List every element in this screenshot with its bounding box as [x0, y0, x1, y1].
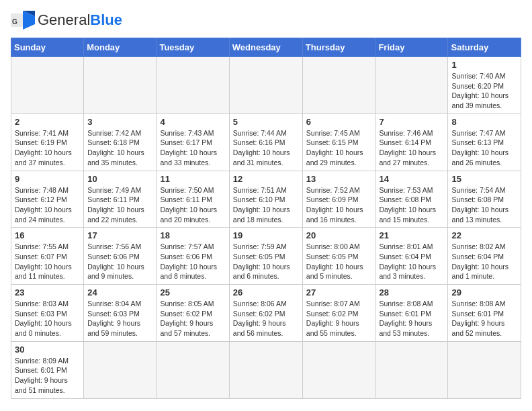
- calendar-cell: 5Sunrise: 7:44 AM Sunset: 6:16 PM Daylig…: [229, 113, 302, 171]
- calendar-cell: 15Sunrise: 7:54 AM Sunset: 6:08 PM Dayli…: [448, 171, 521, 228]
- calendar-cell: [375, 57, 448, 114]
- calendar-cell: 1Sunrise: 7:40 AM Sunset: 6:20 PM Daylig…: [448, 57, 521, 114]
- day-info: Sunrise: 7:41 AM Sunset: 6:19 PM Dayligh…: [15, 128, 80, 168]
- calendar-cell: 10Sunrise: 7:49 AM Sunset: 6:11 PM Dayli…: [84, 171, 157, 228]
- day-number: 8: [451, 117, 517, 127]
- logo: G GeneralBlue: [11, 11, 122, 30]
- week-row-4: 23Sunrise: 8:03 AM Sunset: 6:03 PM Dayli…: [11, 285, 521, 342]
- day-info: Sunrise: 7:45 AM Sunset: 6:15 PM Dayligh…: [306, 128, 372, 168]
- calendar-body: 1Sunrise: 7:40 AM Sunset: 6:20 PM Daylig…: [11, 57, 521, 399]
- calendar-cell: 7Sunrise: 7:46 AM Sunset: 6:14 PM Daylig…: [375, 113, 448, 171]
- day-header-tuesday: Tuesday: [157, 38, 229, 57]
- day-number: 1: [451, 60, 517, 70]
- day-number: 18: [160, 230, 225, 240]
- week-row-2: 9Sunrise: 7:48 AM Sunset: 6:12 PM Daylig…: [11, 171, 521, 228]
- calendar-cell: [11, 57, 84, 114]
- day-number: 22: [451, 230, 517, 240]
- calendar-cell: 14Sunrise: 7:53 AM Sunset: 6:08 PM Dayli…: [375, 171, 448, 228]
- day-info: Sunrise: 8:09 AM Sunset: 6:01 PM Dayligh…: [15, 356, 80, 396]
- calendar-header: SundayMondayTuesdayWednesdayThursdayFrid…: [11, 38, 521, 57]
- calendar-cell: [302, 57, 375, 114]
- day-header-monday: Monday: [84, 38, 157, 57]
- day-number: 2: [15, 117, 80, 127]
- day-info: Sunrise: 7:42 AM Sunset: 6:18 PM Dayligh…: [87, 128, 152, 168]
- day-info: Sunrise: 7:48 AM Sunset: 6:12 PM Dayligh…: [15, 185, 80, 225]
- day-number: 7: [379, 117, 444, 127]
- calendar-cell: 20Sunrise: 8:00 AM Sunset: 6:05 PM Dayli…: [302, 228, 375, 285]
- calendar-cell: [229, 341, 302, 398]
- day-number: 11: [160, 174, 225, 184]
- day-info: Sunrise: 7:53 AM Sunset: 6:08 PM Dayligh…: [379, 185, 444, 225]
- calendar-cell: [157, 341, 229, 398]
- logo-icon: G: [11, 11, 35, 30]
- svg-text:G: G: [12, 18, 17, 26]
- day-number: 17: [87, 230, 152, 240]
- day-info: Sunrise: 7:55 AM Sunset: 6:07 PM Dayligh…: [15, 242, 80, 281]
- day-number: 3: [87, 117, 152, 127]
- day-number: 28: [379, 287, 444, 298]
- day-number: 19: [233, 230, 299, 240]
- calendar-cell: 19Sunrise: 7:59 AM Sunset: 6:05 PM Dayli…: [229, 228, 302, 285]
- day-info: Sunrise: 7:50 AM Sunset: 6:11 PM Dayligh…: [160, 185, 225, 225]
- day-number: 25: [160, 287, 225, 298]
- calendar-cell: 17Sunrise: 7:56 AM Sunset: 6:06 PM Dayli…: [84, 228, 157, 285]
- day-number: 5: [233, 117, 299, 127]
- day-info: Sunrise: 7:54 AM Sunset: 6:08 PM Dayligh…: [451, 185, 517, 225]
- calendar-cell: 21Sunrise: 8:01 AM Sunset: 6:04 PM Dayli…: [375, 228, 448, 285]
- calendar-cell: 28Sunrise: 8:08 AM Sunset: 6:01 PM Dayli…: [375, 285, 448, 342]
- day-info: Sunrise: 8:03 AM Sunset: 6:03 PM Dayligh…: [15, 299, 80, 338]
- header: G GeneralBlue: [11, 11, 521, 30]
- day-number: 14: [379, 174, 444, 184]
- calendar-cell: 12Sunrise: 7:51 AM Sunset: 6:10 PM Dayli…: [229, 171, 302, 228]
- calendar-cell: 23Sunrise: 8:03 AM Sunset: 6:03 PM Dayli…: [11, 285, 84, 342]
- calendar-cell: 22Sunrise: 8:02 AM Sunset: 6:04 PM Dayli…: [448, 228, 521, 285]
- day-number: 21: [379, 230, 444, 240]
- week-row-5: 30Sunrise: 8:09 AM Sunset: 6:01 PM Dayli…: [11, 341, 521, 398]
- day-number: 16: [15, 230, 80, 240]
- day-number: 29: [451, 287, 517, 298]
- day-info: Sunrise: 8:04 AM Sunset: 6:03 PM Dayligh…: [87, 299, 152, 338]
- calendar-cell: 29Sunrise: 8:08 AM Sunset: 6:01 PM Dayli…: [448, 285, 521, 342]
- day-info: Sunrise: 8:01 AM Sunset: 6:04 PM Dayligh…: [379, 242, 444, 281]
- day-header-wednesday: Wednesday: [229, 38, 302, 57]
- week-row-0: 1Sunrise: 7:40 AM Sunset: 6:20 PM Daylig…: [11, 57, 521, 114]
- day-info: Sunrise: 8:07 AM Sunset: 6:02 PM Dayligh…: [306, 299, 372, 338]
- day-info: Sunrise: 7:49 AM Sunset: 6:11 PM Dayligh…: [87, 185, 152, 225]
- calendar-cell: 6Sunrise: 7:45 AM Sunset: 6:15 PM Daylig…: [302, 113, 375, 171]
- calendar-cell: 27Sunrise: 8:07 AM Sunset: 6:02 PM Dayli…: [302, 285, 375, 342]
- day-info: Sunrise: 7:59 AM Sunset: 6:05 PM Dayligh…: [233, 242, 299, 281]
- calendar-cell: 11Sunrise: 7:50 AM Sunset: 6:11 PM Dayli…: [157, 171, 229, 228]
- day-info: Sunrise: 7:47 AM Sunset: 6:13 PM Dayligh…: [451, 128, 517, 168]
- day-number: 4: [160, 117, 225, 127]
- calendar-cell: 8Sunrise: 7:47 AM Sunset: 6:13 PM Daylig…: [448, 113, 521, 171]
- day-info: Sunrise: 7:44 AM Sunset: 6:16 PM Dayligh…: [233, 128, 299, 168]
- calendar-cell: 9Sunrise: 7:48 AM Sunset: 6:12 PM Daylig…: [11, 171, 84, 228]
- day-header-thursday: Thursday: [302, 38, 375, 57]
- day-number: 24: [87, 287, 152, 298]
- day-number: 6: [306, 117, 372, 127]
- day-number: 9: [15, 174, 80, 184]
- day-number: 26: [233, 287, 299, 298]
- calendar-cell: 2Sunrise: 7:41 AM Sunset: 6:19 PM Daylig…: [11, 113, 84, 171]
- day-header-saturday: Saturday: [448, 38, 521, 57]
- day-header-friday: Friday: [375, 38, 448, 57]
- day-number: 23: [15, 287, 80, 298]
- calendar-cell: [84, 57, 157, 114]
- day-info: Sunrise: 8:00 AM Sunset: 6:05 PM Dayligh…: [306, 242, 372, 281]
- day-number: 27: [306, 287, 372, 298]
- week-row-3: 16Sunrise: 7:55 AM Sunset: 6:07 PM Dayli…: [11, 228, 521, 285]
- day-info: Sunrise: 7:51 AM Sunset: 6:10 PM Dayligh…: [233, 185, 299, 225]
- header-row: SundayMondayTuesdayWednesdayThursdayFrid…: [11, 38, 521, 57]
- calendar-cell: 18Sunrise: 7:57 AM Sunset: 6:06 PM Dayli…: [157, 228, 229, 285]
- day-info: Sunrise: 7:56 AM Sunset: 6:06 PM Dayligh…: [87, 242, 152, 281]
- day-info: Sunrise: 7:46 AM Sunset: 6:14 PM Dayligh…: [379, 128, 444, 168]
- day-info: Sunrise: 8:02 AM Sunset: 6:04 PM Dayligh…: [451, 242, 517, 281]
- calendar-cell: [229, 57, 302, 114]
- day-info: Sunrise: 8:06 AM Sunset: 6:02 PM Dayligh…: [233, 299, 299, 338]
- calendar-cell: 3Sunrise: 7:42 AM Sunset: 6:18 PM Daylig…: [84, 113, 157, 171]
- day-number: 15: [451, 174, 517, 184]
- calendar-cell: [375, 341, 448, 398]
- calendar-cell: [302, 341, 375, 398]
- day-info: Sunrise: 8:08 AM Sunset: 6:01 PM Dayligh…: [451, 299, 517, 338]
- calendar-cell: [157, 57, 229, 114]
